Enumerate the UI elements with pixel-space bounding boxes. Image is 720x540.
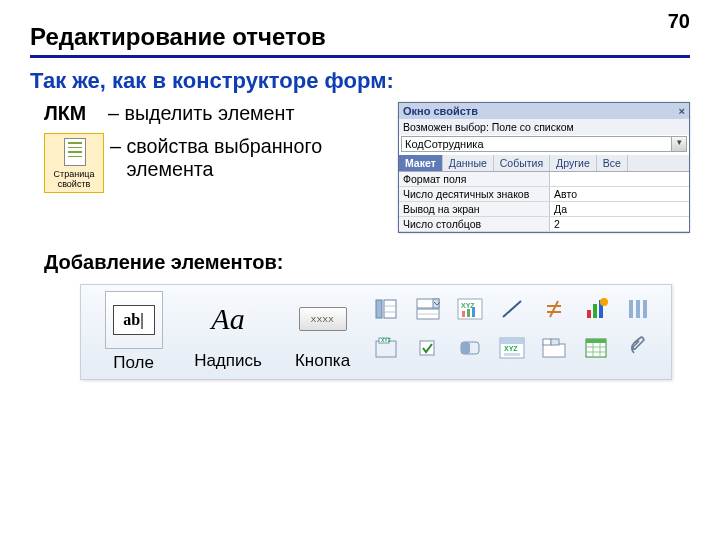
svg-rect-24 bbox=[376, 341, 396, 357]
bar-chart-icon[interactable] bbox=[577, 291, 615, 327]
toggle-icon[interactable] bbox=[451, 330, 489, 366]
svg-rect-30 bbox=[500, 338, 524, 358]
controls-ribbon: ab| Поле Aa Надпись XXXX Кнопка XYZ bbox=[80, 284, 672, 380]
svg-rect-6 bbox=[417, 309, 439, 319]
svg-rect-37 bbox=[586, 339, 606, 357]
columns-icon[interactable] bbox=[619, 291, 657, 327]
spreadsheet-icon[interactable] bbox=[577, 330, 615, 366]
prop-label: Число столбцов bbox=[399, 217, 550, 231]
subheading: Так же, как в конструкторе форм: bbox=[30, 68, 690, 94]
tab-all[interactable]: Все bbox=[597, 155, 628, 171]
select-element-text: – выделить элемент bbox=[108, 102, 294, 125]
svg-rect-10 bbox=[462, 311, 465, 317]
tabs-icon[interactable] bbox=[535, 330, 573, 366]
tab-other[interactable]: Другие bbox=[550, 155, 597, 171]
svg-text:XYZ: XYZ bbox=[381, 337, 391, 343]
page-title: Редактирование отчетов bbox=[30, 23, 690, 51]
title-rule bbox=[30, 55, 690, 58]
svg-rect-35 bbox=[543, 339, 551, 345]
field-control-button[interactable]: ab| Поле bbox=[91, 291, 176, 373]
svg-rect-19 bbox=[599, 300, 603, 318]
properties-grid: Формат поля Число десятичных знаковАвто … bbox=[399, 171, 689, 232]
svg-rect-8 bbox=[458, 299, 482, 319]
svg-rect-31 bbox=[500, 338, 524, 344]
properties-text-1: – свойства выбранного bbox=[110, 135, 322, 158]
button-control-button[interactable]: XXXX Кнопка bbox=[280, 291, 365, 371]
prop-value[interactable]: Да bbox=[550, 202, 689, 216]
properties-window: Окно свойств × Возможен выбор: Поле со с… bbox=[398, 102, 690, 233]
svg-rect-0 bbox=[376, 300, 382, 318]
svg-rect-36 bbox=[551, 339, 559, 345]
form-xyz-icon[interactable]: XYZ bbox=[493, 330, 531, 366]
svg-text:XYZ: XYZ bbox=[461, 302, 475, 309]
svg-line-13 bbox=[503, 301, 521, 317]
button-label: Кнопка bbox=[295, 351, 350, 371]
checkbox-icon[interactable] bbox=[409, 330, 447, 366]
tab-layout[interactable]: Макет bbox=[399, 155, 443, 171]
tab-events[interactable]: События bbox=[494, 155, 550, 171]
svg-rect-4 bbox=[417, 299, 439, 308]
list-icon[interactable] bbox=[367, 291, 405, 327]
group-box-icon[interactable]: XYZ bbox=[367, 330, 405, 366]
field-label: Поле bbox=[113, 353, 154, 373]
prop-value[interactable]: 2 bbox=[550, 217, 689, 231]
not-equal-icon[interactable] bbox=[535, 291, 573, 327]
svg-rect-5 bbox=[433, 299, 439, 308]
chevron-down-icon[interactable]: ▾ bbox=[671, 137, 686, 151]
svg-rect-22 bbox=[636, 300, 640, 318]
svg-rect-28 bbox=[461, 342, 479, 354]
svg-rect-25 bbox=[379, 338, 389, 343]
svg-rect-23 bbox=[643, 300, 647, 318]
svg-point-20 bbox=[600, 298, 608, 306]
property-sheet-icon bbox=[61, 137, 87, 167]
properties-window-title: Окно свойств bbox=[403, 105, 478, 117]
label-control-button[interactable]: Aa Надпись bbox=[178, 291, 278, 371]
line-icon[interactable] bbox=[493, 291, 531, 327]
prop-value[interactable] bbox=[550, 172, 689, 186]
xyz-chart-icon[interactable]: XYZ bbox=[451, 291, 489, 327]
svg-rect-33 bbox=[504, 353, 520, 356]
prop-label: Число десятичных знаков bbox=[399, 187, 550, 201]
label-aa-icon: Aa bbox=[200, 291, 256, 347]
element-selector-combo[interactable]: КодСотрудника ▾ bbox=[401, 136, 687, 152]
svg-rect-27 bbox=[420, 341, 434, 355]
prop-value[interactable]: Авто bbox=[550, 187, 689, 201]
combo-icon[interactable] bbox=[409, 291, 447, 327]
svg-rect-38 bbox=[586, 339, 606, 343]
property-sheet-label: Страницасвойств bbox=[54, 169, 95, 189]
property-sheet-button[interactable]: Страницасвойств bbox=[44, 133, 104, 193]
prop-label: Формат поля bbox=[399, 172, 550, 186]
properties-tabs: Макет Данные События Другие Все bbox=[399, 155, 689, 171]
svg-rect-1 bbox=[384, 300, 396, 318]
element-selector-value: КодСотрудника bbox=[402, 137, 671, 151]
tab-data[interactable]: Данные bbox=[443, 155, 494, 171]
selection-type-label: Возможен выбор: Поле со списком bbox=[399, 119, 689, 135]
svg-rect-17 bbox=[587, 310, 591, 318]
svg-rect-21 bbox=[629, 300, 633, 318]
properties-text-2: элемента bbox=[110, 158, 322, 181]
svg-line-16 bbox=[550, 301, 558, 317]
svg-rect-18 bbox=[593, 304, 597, 318]
svg-text:XYZ: XYZ bbox=[504, 345, 518, 352]
add-elements-heading: Добавление элементов: bbox=[44, 251, 690, 274]
prop-label: Вывод на экран bbox=[399, 202, 550, 216]
svg-rect-29 bbox=[461, 342, 470, 354]
svg-rect-11 bbox=[467, 309, 470, 317]
svg-rect-34 bbox=[543, 344, 565, 357]
label-label: Надпись bbox=[194, 351, 262, 371]
attachment-icon[interactable] bbox=[619, 330, 657, 366]
lkm-label: ЛКМ bbox=[44, 102, 108, 125]
close-icon[interactable]: × bbox=[679, 105, 685, 117]
svg-rect-12 bbox=[472, 307, 475, 317]
page-number: 70 bbox=[668, 10, 690, 33]
textbox-icon: ab| bbox=[105, 291, 163, 349]
button-xxxx-icon: XXXX bbox=[295, 291, 351, 347]
